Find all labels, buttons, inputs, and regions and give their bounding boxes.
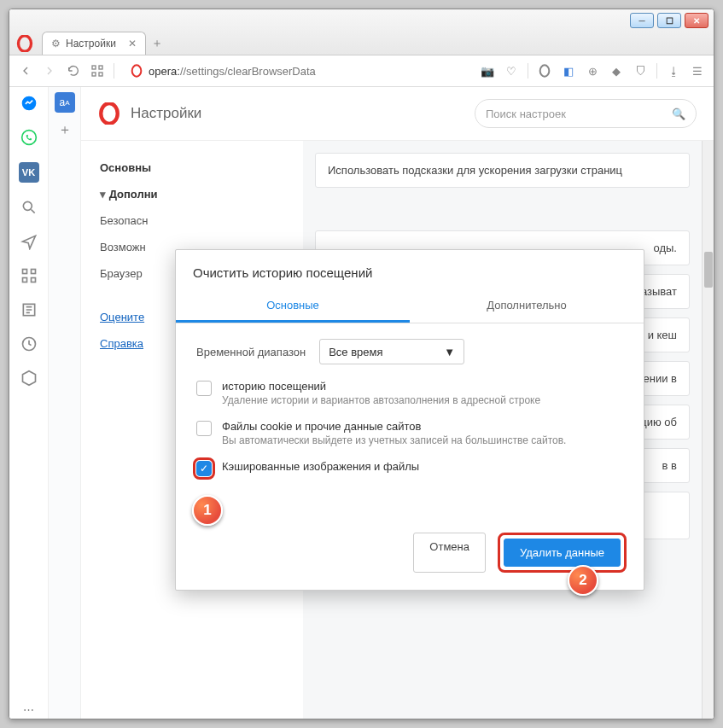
bookmark-icon[interactable]: ♡ <box>504 63 519 79</box>
page-title: Настройки <box>131 105 201 122</box>
forward-button[interactable] <box>42 63 57 79</box>
back-button[interactable] <box>18 63 33 79</box>
nav-item-advanced[interactable]: Дополни <box>81 181 303 207</box>
shield-icon[interactable]: ⛉ <box>633 63 648 79</box>
window-maximize-button[interactable]: ☐ <box>657 13 681 28</box>
messenger-icon[interactable] <box>20 94 38 113</box>
svg-rect-13 <box>31 278 35 282</box>
opt-cache-title: Кэшированные изображения и файлы <box>222 460 419 473</box>
translate-icon[interactable]: ◧ <box>561 63 576 79</box>
opera-favicon-icon <box>130 64 143 78</box>
tab-basic[interactable]: Основные <box>176 290 410 323</box>
checkbox-cookies[interactable] <box>196 421 212 436</box>
divider <box>528 63 528 79</box>
gear-icon: ⚙ <box>51 38 61 50</box>
tab-close-button[interactable]: ✕ <box>128 38 137 50</box>
whatsapp-icon[interactable] <box>20 128 38 147</box>
clear-data-button[interactable]: Удалить данные <box>504 539 621 567</box>
snapshot-icon[interactable]: 📷 <box>480 63 495 79</box>
window-close-button[interactable]: ✕ <box>685 13 708 28</box>
time-range-select[interactable]: Все время ▼ <box>319 339 464 364</box>
menu-icon[interactable]: ☰ <box>690 63 705 79</box>
speed-dial-button[interactable] <box>90 63 105 79</box>
titlebar: ─ ☐ ✕ ⚙ Настройки ✕ ＋ <box>9 9 714 55</box>
new-tab-button[interactable]: ＋ <box>151 36 163 51</box>
vk-icon[interactable]: VK <box>19 162 39 183</box>
settings-search-input[interactable]: Поиск настроек 🔍 <box>475 99 697 128</box>
speeddial-rail-icon[interactable] <box>20 266 38 285</box>
browser-tab[interactable]: ⚙ Настройки ✕ <box>42 32 146 55</box>
history-icon[interactable] <box>20 335 38 353</box>
svg-rect-12 <box>22 278 26 282</box>
mini-rail: aA ＋ <box>49 87 81 719</box>
divider <box>114 63 114 79</box>
address-bar: opera://settings/clearBrowserData 📷 ♡ ◧ … <box>9 55 714 87</box>
svg-point-0 <box>19 35 32 50</box>
browser-window: ─ ☐ ✕ ⚙ Настройки ✕ ＋ opera://settings/c… <box>9 9 714 719</box>
svg-rect-11 <box>31 270 35 274</box>
opt-history-title: историю посещений <box>222 380 540 393</box>
svg-rect-2 <box>99 66 102 69</box>
clear-data-dialog: Очистить историю посещений Основные Допо… <box>175 249 644 591</box>
opera-logo-icon <box>16 35 33 52</box>
cancel-button[interactable]: Отмена <box>413 533 486 573</box>
extension-icon[interactable]: ◆ <box>609 63 624 79</box>
nav-item-basic[interactable]: Основны <box>81 154 303 181</box>
url-text: opera://settings/clearBrowserData <box>149 65 316 78</box>
annotation-callout-2: 2 <box>568 565 598 596</box>
more-icon[interactable]: ⋯ <box>20 700 38 719</box>
divider <box>656 63 657 79</box>
nav-item-security[interactable]: Безопасн <box>81 207 303 234</box>
globe-icon[interactable]: ⊕ <box>585 63 600 79</box>
dialog-title: Очистить историю посещений <box>176 250 644 290</box>
translate-shortcut-icon[interactable]: aA <box>55 92 75 113</box>
opt-cookies-title: Файлы cookie и прочие данные сайтов <box>222 420 566 433</box>
tab-advanced[interactable]: Дополнительно <box>410 290 644 323</box>
add-shortcut-button[interactable]: ＋ <box>58 121 72 139</box>
time-range-value: Все время <box>329 346 382 358</box>
svg-rect-3 <box>92 73 96 76</box>
news-icon[interactable] <box>20 300 38 319</box>
window-minimize-button[interactable]: ─ <box>630 13 654 28</box>
svg-point-9 <box>23 201 32 210</box>
checkbox-history[interactable] <box>196 381 212 396</box>
left-sidebar: VK ⋯ <box>9 87 49 719</box>
opt-history-desc: Удаление истории и вариантов автозаполне… <box>222 394 540 406</box>
reload-button[interactable] <box>66 63 81 79</box>
svg-point-5 <box>132 65 142 76</box>
setting-row[interactable]: Использовать подсказки для ускорения заг… <box>315 153 690 188</box>
time-range-label: Временной диапазон <box>196 346 306 358</box>
svg-rect-4 <box>99 73 102 76</box>
scroll-thumb[interactable] <box>704 252 713 288</box>
tab-title: Настройки <box>66 38 116 50</box>
opera-icon[interactable] <box>537 63 552 79</box>
extensions-icon[interactable] <box>20 369 38 387</box>
dialog-tabs: Основные Дополнительно <box>176 290 644 323</box>
flow-icon[interactable] <box>20 232 38 251</box>
opt-cookies-desc: Вы автоматически выйдете из учетных запи… <box>222 434 566 446</box>
svg-point-16 <box>101 103 118 124</box>
svg-point-8 <box>21 131 36 145</box>
svg-point-6 <box>540 65 550 76</box>
annotation-callout-1: 1 <box>192 495 223 526</box>
svg-rect-1 <box>92 66 96 69</box>
search-icon[interactable] <box>20 198 38 217</box>
opera-logo-icon <box>98 102 120 125</box>
search-placeholder: Поиск настроек <box>486 108 566 120</box>
highlight-clear-button: Удалить данные <box>498 533 627 573</box>
svg-rect-10 <box>22 270 26 274</box>
checkbox-cache[interactable]: ✓ <box>196 461 212 476</box>
url-input[interactable]: opera://settings/clearBrowserData <box>123 61 471 81</box>
scrollbar[interactable] <box>702 141 714 719</box>
chevron-down-icon: ▼ <box>444 346 455 358</box>
search-icon: 🔍 <box>672 108 685 120</box>
download-icon[interactable]: ⭳ <box>666 63 681 79</box>
